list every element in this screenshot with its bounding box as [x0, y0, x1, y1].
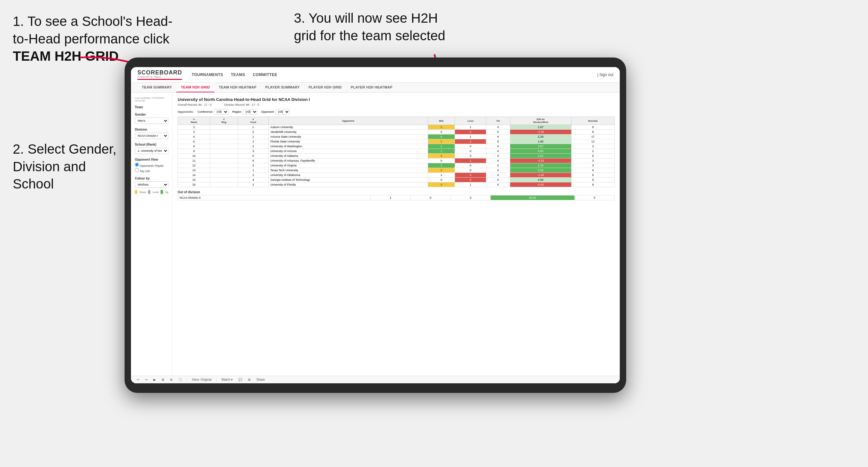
table-row: 62Florida State University1201.8312: [178, 139, 615, 144]
table-row: 154Georgia Institute of Technology0504.5…: [178, 178, 615, 182]
out-division-name: NCAA Division II: [178, 195, 371, 200]
logo-sub: Powered by clippd: [137, 75, 182, 78]
paste-button[interactable]: ⊕: [169, 377, 174, 382]
filter-region-group: Region (All): [232, 109, 257, 115]
filter-opponent-label: Opponent: [261, 110, 274, 114]
tablet: SCOREBOARD Powered by clippd TOURNAMENTS…: [125, 58, 626, 393]
col-loss: Loss: [455, 117, 486, 125]
legend-level-label: Level: [152, 191, 158, 193]
watch-button[interactable]: Watch ▾: [220, 377, 234, 382]
filter-region-select[interactable]: (All): [243, 109, 257, 115]
comment-button[interactable]: 💬: [237, 377, 243, 382]
radio-top100[interactable]: [135, 168, 139, 172]
school-select[interactable]: 1. University of Nort...: [135, 148, 168, 154]
out-tie: 0: [451, 195, 490, 200]
share-button[interactable]: Share: [255, 377, 266, 382]
radio-opponents-label[interactable]: Opponents Played: [135, 163, 168, 167]
colour-select[interactable]: Win/loss: [135, 181, 168, 188]
col-win: Win: [428, 117, 455, 125]
ann1-text-line1: 1. To see a School's Head-: [13, 14, 173, 29]
nav-teams[interactable]: TEAMS: [231, 71, 245, 78]
filter-conf-group: Conference (All): [198, 109, 229, 115]
radio-opponents[interactable]: [135, 163, 139, 167]
legend-down-label: Down: [139, 191, 146, 193]
nav-tournaments[interactable]: TOURNAMENTS: [192, 71, 223, 78]
subnav-team-summary[interactable]: TEAM SUMMARY: [137, 83, 176, 92]
bottom-toolbar: ↩ ↪ ▶ ⊞ ⊕ 🕐 | View: Original | Watch ▾ 💬…: [131, 376, 620, 383]
forward-button[interactable]: ▶: [152, 377, 157, 382]
out-division-row: NCAA Division II 1 0 0 26.00 3: [178, 195, 615, 200]
toolbar-divider: |: [187, 378, 188, 381]
out-rounds: 3: [575, 195, 614, 200]
table-row: 32Vanderbilt University040-2.298: [178, 130, 615, 134]
subnav-player-h2h-heatmap[interactable]: PLAYER H2H HEATMAP: [346, 83, 397, 92]
filter-opponent-group: Opponent (All): [261, 109, 290, 115]
ann2-text-line2: Division and: [13, 159, 86, 174]
timestamp: Last Updated: 27/03/2024 16:55:38: [135, 96, 168, 102]
annotation-3: 3. You will now see H2H grid for the tea…: [294, 9, 486, 44]
table-row: 41Arizona State University5102.2917: [178, 134, 615, 139]
record-row: Overall Record: 89 - 17 - 0 Division Rec…: [178, 103, 615, 106]
logo-text: SCOREBOARD: [137, 70, 182, 75]
sidebar-school-section: School (Rank) 1. University of Nort...: [135, 143, 168, 154]
col-diff: Diff AvStrokes/Rnd: [510, 117, 571, 125]
ann2-text-line3: School: [13, 176, 54, 191]
subnav-player-summary[interactable]: PLAYER SUMMARY: [261, 83, 304, 92]
subnav-team-h2h-grid[interactable]: TEAM H2H GRID: [176, 83, 214, 92]
redo-button[interactable]: ↪: [144, 377, 149, 382]
col-reg: #Reg: [210, 117, 238, 125]
sidebar-team-section: Team: [135, 105, 168, 109]
time-button[interactable]: 🕐: [177, 377, 183, 382]
nav-committee[interactable]: COMMITTEE: [253, 71, 277, 78]
radio-top100-label[interactable]: Top 100: [135, 168, 168, 173]
nav-bar: SCOREBOARD Powered by clippd TOURNAMENTS…: [131, 67, 620, 83]
sidebar-colour-section: Colour by Win/loss Down Level Up: [135, 177, 168, 194]
col-tie: Tie: [486, 117, 510, 125]
h2h-table: #Rank #Reg #Conf Opponent Win Loss Tie D…: [178, 117, 615, 187]
ann1-text-line2: to-Head performance click: [13, 31, 169, 46]
out-label: Out of division: [178, 190, 615, 194]
undo-button[interactable]: ↩: [135, 377, 141, 382]
filter-opponents-label: Opponents:: [178, 110, 194, 114]
zoom-button[interactable]: ⊞: [247, 377, 252, 382]
copy-button[interactable]: ⊞: [160, 377, 165, 382]
grid-area: University of North Carolina Head-to-Hea…: [173, 93, 620, 376]
subnav-team-h2h-heatmap[interactable]: TEAM H2H HEATMAP: [214, 83, 261, 92]
division-select[interactable]: NCAA Division I: [135, 132, 168, 139]
out-of-division: Out of division NCAA Division II 1 0 0 2…: [178, 190, 615, 200]
filter-row: Opponents: Conference (All) Region (All): [178, 109, 615, 115]
filter-conf-label: Conference: [198, 110, 213, 114]
view-label: View: Original: [191, 377, 213, 382]
sub-nav: TEAM SUMMARY TEAM H2H GRID TEAM H2H HEAT…: [131, 83, 620, 93]
table-row: 93University of Arizona1009.002: [178, 149, 615, 154]
table-row: 163University of Florida310-6.429: [178, 182, 615, 187]
division-record: Division Record: 88 - 17 - 0: [224, 103, 259, 106]
subnav-player-h2h-grid[interactable]: PLAYER H2H GRID: [304, 83, 346, 92]
ann2-text-line1: 2. Select Gender,: [13, 142, 117, 157]
gender-select[interactable]: Men's: [135, 118, 168, 124]
team-label: Team: [135, 105, 168, 109]
table-row: 105University of Alabama3002.618: [178, 154, 615, 158]
table-row: 82University of Washington1003.673: [178, 144, 615, 149]
table-row: 21Auburn University2101.679: [178, 125, 615, 130]
color-level: [148, 190, 151, 194]
school-label: School (Rank): [135, 143, 168, 146]
sign-out-button[interactable]: | Sign out: [597, 72, 614, 77]
out-division-table: NCAA Division II 1 0 0 26.00 3: [178, 195, 615, 200]
annotation-2: 2. Select Gender, Division and School: [13, 141, 134, 193]
ann3-text-line2: grid for the team selected: [294, 28, 445, 43]
filter-conf-select[interactable]: (All): [214, 109, 228, 115]
out-win: 1: [371, 195, 410, 200]
gender-label: Gender: [135, 113, 168, 116]
opponent-view-label: Opponent View: [135, 158, 168, 161]
tablet-screen: SCOREBOARD Powered by clippd TOURNAMENTS…: [131, 67, 620, 383]
toolbar-divider2: |: [216, 378, 217, 381]
logo: SCOREBOARD Powered by clippd: [137, 70, 182, 80]
table-row: 123University of Virginia1002.333: [178, 163, 615, 168]
table-row: 116University of Arkansas, Fayetteville0…: [178, 158, 615, 163]
filter-opponent-select[interactable]: (All): [275, 109, 290, 115]
logo-bar: [137, 79, 182, 80]
nav-items: TOURNAMENTS TEAMS COMMITTEE: [192, 71, 588, 78]
col-conf: #Conf: [238, 117, 269, 125]
col-rank: #Rank: [178, 117, 210, 125]
